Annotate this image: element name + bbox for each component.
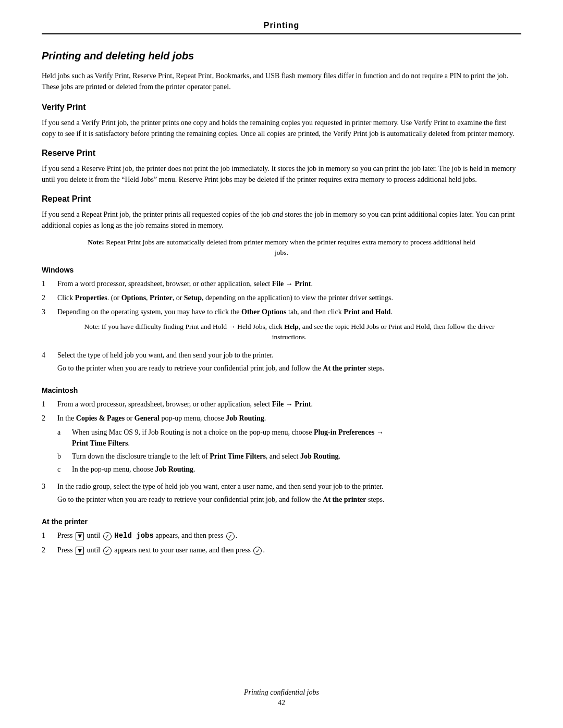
macintosh-step-2c-content: In the pop-up menu, choose Job Routing. bbox=[72, 464, 521, 475]
page-header: Printing bbox=[42, 21, 521, 34]
step-number: 4 bbox=[42, 350, 57, 361]
step-number: 1 bbox=[42, 399, 57, 410]
macintosh-goto-note: Go to the printer when you are ready to … bbox=[57, 494, 521, 505]
check-circle-icon-4: ✓ bbox=[253, 547, 262, 555]
macintosh-step-2c: c In the pop-up menu, choose Job Routing… bbox=[57, 464, 521, 475]
reserve-print-section: Reserve Print If you send a Reserve Prin… bbox=[42, 149, 521, 185]
macintosh-step-1-content: From a word processor, spreadsheet, brow… bbox=[57, 399, 521, 410]
macintosh-step-2b: b Turn down the disclosure triangle to t… bbox=[57, 451, 521, 462]
windows-step-3-note: Note: If you have difficulty finding Pri… bbox=[83, 322, 495, 343]
down-arrow-icon-2: ▼ bbox=[76, 547, 84, 555]
windows-step-4: 4 Select the type of held job you want, … bbox=[42, 350, 521, 379]
step-number: 3 bbox=[42, 306, 57, 317]
verify-print-heading: Verify Print bbox=[42, 103, 521, 112]
page-footer: Printing confidential jobs 42 bbox=[0, 688, 563, 707]
main-section-title: Printing and deleting held jobs bbox=[42, 50, 521, 62]
step-number: 2 bbox=[42, 292, 57, 303]
alpha-label: c bbox=[57, 464, 72, 475]
macintosh-step-2a-content: When using Mac OS 9, if Job Routing is n… bbox=[72, 427, 521, 449]
verify-print-body: If you send a Verify Print job, the prin… bbox=[42, 117, 521, 139]
alpha-label: a bbox=[57, 427, 72, 438]
at-printer-steps: 1 Press ▼ until ✓ Held jobs appears, and… bbox=[42, 530, 521, 556]
at-printer-step-1-content: Press ▼ until ✓ Held jobs appears, and t… bbox=[57, 530, 521, 541]
at-printer-step-2: 2 Press ▼ until ✓ appears next to your u… bbox=[42, 545, 521, 556]
macintosh-step-2b-content: Turn down the disclosure triangle to the… bbox=[72, 451, 521, 462]
repeat-print-heading: Repeat Print bbox=[42, 194, 521, 204]
reserve-print-body: If you send a Reserve Print job, the pri… bbox=[42, 163, 521, 185]
mono-text: Held jobs bbox=[114, 532, 154, 540]
reserve-print-heading: Reserve Print bbox=[42, 149, 521, 158]
windows-step-3: 3 Depending on the operating system, you… bbox=[42, 306, 521, 347]
intro-paragraph: Held jobs such as Verify Print, Reserve … bbox=[42, 70, 521, 92]
verify-print-section: Verify Print If you send a Verify Print … bbox=[42, 103, 521, 139]
page: Printing Printing and deleting held jobs… bbox=[0, 0, 563, 728]
page-number: 42 bbox=[0, 699, 563, 707]
macintosh-step-3: 3 In the radio group, select the type of… bbox=[42, 481, 521, 510]
windows-step-1-content: From a word processor, spreadsheet, brow… bbox=[57, 278, 521, 289]
footer-text: Printing confidential jobs bbox=[244, 688, 319, 696]
check-circle-icon: ✓ bbox=[103, 532, 112, 540]
page-title: Printing bbox=[42, 21, 521, 30]
macintosh-step-3-content: In the radio group, select the type of h… bbox=[57, 481, 521, 510]
macintosh-step-1: 1 From a word processor, spreadsheet, br… bbox=[42, 399, 521, 410]
windows-step-2: 2 Click Properties. (or Options, Printer… bbox=[42, 292, 521, 303]
windows-step-1: 1 From a word processor, spreadsheet, br… bbox=[42, 278, 521, 289]
step-number: 1 bbox=[42, 530, 57, 541]
check-circle-icon-3: ✓ bbox=[103, 547, 112, 555]
windows-heading: Windows bbox=[42, 266, 521, 274]
step-number: 1 bbox=[42, 278, 57, 289]
windows-step-2-content: Click Properties. (or Options, Printer, … bbox=[57, 292, 521, 303]
repeat-print-note-label: Note: bbox=[88, 238, 104, 246]
windows-steps: 1 From a word processor, spreadsheet, br… bbox=[42, 278, 521, 379]
repeat-print-body: If you send a Repeat Print job, the prin… bbox=[42, 209, 521, 231]
macintosh-step-2: 2 In the Copies & Pages or General pop-u… bbox=[42, 413, 521, 478]
macintosh-subsection: Macintosh 1 From a word processor, sprea… bbox=[42, 386, 521, 510]
macintosh-heading: Macintosh bbox=[42, 386, 521, 394]
step-number: 2 bbox=[42, 413, 57, 424]
inner-note-label: Note: bbox=[84, 323, 100, 330]
down-arrow-icon: ▼ bbox=[76, 532, 84, 540]
header-rule bbox=[42, 33, 521, 34]
macintosh-step-2a: a When using Mac OS 9, if Job Routing is… bbox=[57, 427, 521, 449]
step-number: 3 bbox=[42, 481, 57, 492]
step-number: 2 bbox=[42, 545, 57, 556]
at-printer-heading: At the printer bbox=[42, 517, 521, 526]
windows-step-4-content: Select the type of held job you want, an… bbox=[57, 350, 521, 379]
windows-subsection: Windows 1 From a word processor, spreads… bbox=[42, 266, 521, 379]
alpha-label: b bbox=[57, 451, 72, 462]
at-printer-step-2-content: Press ▼ until ✓ appears next to your use… bbox=[57, 545, 521, 556]
repeat-print-note-text: Repeat Print jobs are automatically dele… bbox=[106, 238, 475, 256]
inner-note-text: If you have difficulty finding Print and… bbox=[102, 323, 495, 341]
repeat-print-note: Note: Repeat Print jobs are automaticall… bbox=[83, 237, 480, 258]
repeat-print-section: Repeat Print If you send a Repeat Print … bbox=[42, 194, 521, 556]
at-printer-step-1: 1 Press ▼ until ✓ Held jobs appears, and… bbox=[42, 530, 521, 541]
windows-goto-note: Go to the printer when you are ready to … bbox=[57, 363, 521, 374]
macintosh-alpha-steps: a When using Mac OS 9, if Job Routing is… bbox=[57, 427, 521, 475]
at-printer-subsection: At the printer 1 Press ▼ until ✓ Held jo… bbox=[42, 517, 521, 556]
macintosh-step-2-content: In the Copies & Pages or General pop-up … bbox=[57, 413, 521, 478]
macintosh-steps: 1 From a word processor, spreadsheet, br… bbox=[42, 399, 521, 510]
check-circle-icon-2: ✓ bbox=[226, 532, 235, 540]
windows-step-3-content: Depending on the operating system, you m… bbox=[57, 306, 521, 347]
